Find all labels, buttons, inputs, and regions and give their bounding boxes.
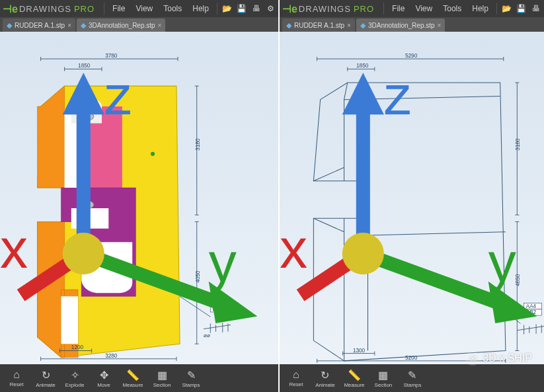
home-icon: ⌂ [293, 369, 299, 381]
print-icon[interactable]: 🖶 [249, 1, 264, 16]
svg-point-64 [342, 233, 384, 274]
explode-button[interactable]: ✧Explode [61, 365, 89, 391]
menu-file[interactable]: File [107, 4, 130, 13]
svg-text:x: x [280, 217, 307, 280]
close-icon[interactable]: × [67, 22, 71, 29]
menu-bar: ⊣e DRAWINGS PRO File View Tools Help 📂 💾… [0, 0, 278, 17]
bottom-toolbar: ⌂Reset ↻Animate ✧Explode ✥Move 📏Measure … [0, 364, 278, 392]
file-icon: ◆ [360, 21, 366, 30]
explode-icon: ✧ [71, 369, 79, 381]
svg-text:y: y [488, 231, 516, 294]
viewport-left[interactable]: 1850 3780 3180 4050 1200 3280 AA4 BB2 ⌀⌀ [0, 32, 278, 364]
svg-text:z: z [104, 64, 132, 126]
file-icon: ◆ [7, 21, 12, 30]
tab-rudder[interactable]: ◆ RUDDER A.1.stp × [3, 19, 75, 32]
stamps-icon: ✎ [187, 369, 196, 381]
separator [383, 3, 384, 15]
animate-icon: ↻ [42, 369, 50, 381]
tab-label: RUDDER A.1.stp [15, 22, 65, 29]
open-icon[interactable]: 📂 [220, 1, 235, 16]
animate-icon: ↻ [321, 369, 329, 381]
menu-help[interactable]: Help [467, 4, 494, 13]
section-button[interactable]: ▦Section [369, 365, 397, 391]
animate-button[interactable]: ↻Animate [32, 365, 59, 391]
tab-3dannotation[interactable]: ◆ 3DAnnotation_Rep.stp × [356, 19, 445, 32]
home-icon: ⌂ [13, 369, 20, 381]
separator [217, 3, 217, 15]
logo-text: DRAWINGS [299, 4, 351, 14]
svg-text:x: x [0, 217, 28, 280]
measure-icon: 📏 [348, 369, 361, 381]
logo-pro: PRO [74, 4, 95, 14]
svg-point-34 [63, 233, 104, 274]
measure-button[interactable]: 📏Measure [119, 365, 147, 391]
axis-triad: z y x [0, 32, 278, 364]
menu-view[interactable]: View [130, 4, 158, 13]
open-icon[interactable]: 📂 [500, 1, 514, 16]
separator [496, 3, 497, 15]
stamps-button[interactable]: ✎Stamps [177, 365, 205, 391]
menu-help[interactable]: Help [187, 4, 214, 13]
separator [104, 3, 104, 15]
tab-label: 3DAnnotation_Rep.stp [368, 22, 435, 29]
tab-rudder[interactable]: ◆ RUDDER A.1.stp × [282, 19, 355, 32]
measure-icon: 📏 [126, 369, 139, 381]
animate-button[interactable]: ↻Animate [311, 365, 339, 391]
close-icon[interactable]: × [158, 22, 162, 29]
reset-button[interactable]: ⌂Reset [282, 365, 310, 391]
menu-tools[interactable]: Tools [438, 4, 467, 13]
print-icon[interactable]: 🖶 [529, 1, 543, 16]
viewport-right[interactable]: 1850 5290 3180 4850 1300 5200 AA4 BB2 [280, 32, 544, 364]
tab-label: 3DAnnotation_Rep.stp [89, 22, 155, 29]
move-icon: ✥ [100, 369, 108, 381]
axis-triad: z y x [280, 32, 544, 364]
logo-icon: ⊣e [282, 3, 297, 15]
section-icon: ▦ [378, 369, 388, 381]
menu-file[interactable]: File [387, 4, 410, 13]
section-icon: ▦ [157, 369, 167, 381]
settings-icon[interactable]: ⚙ [264, 1, 278, 16]
wechat-icon: ✉ [465, 351, 480, 366]
menu-view[interactable]: View [410, 4, 438, 13]
tab-3dannotation[interactable]: ◆ 3DAnnotation_Rep.stp × [77, 19, 165, 32]
menu-bar: ⊣e DRAWINGS PRO File View Tools Help 📂 💾… [280, 0, 544, 17]
tab-label: RUDDER A.1.stp [294, 22, 344, 29]
svg-marker-27 [63, 73, 104, 114]
save-icon[interactable]: 💾 [514, 1, 529, 16]
stamps-button[interactable]: ✎Stamps [399, 365, 426, 391]
watermark-text: 3D x SHIP [483, 352, 532, 364]
tab-bar: ◆ RUDDER A.1.stp × ◆ 3DAnnotation_Rep.st… [280, 17, 544, 32]
logo-icon: ⊣e [3, 3, 18, 15]
bottom-toolbar: ⌂Reset ↻Animate 📏Measure ▦Section ✎Stamp… [280, 364, 544, 392]
svg-marker-57 [342, 73, 384, 114]
close-icon[interactable]: × [347, 22, 351, 29]
menu-tools[interactable]: Tools [158, 4, 187, 13]
file-icon: ◆ [286, 21, 291, 30]
stamps-icon: ✎ [408, 369, 416, 381]
file-icon: ◆ [81, 21, 86, 30]
svg-text:y: y [209, 231, 237, 294]
svg-text:z: z [384, 64, 412, 126]
logo-text: DRAWINGS [19, 4, 71, 14]
watermark: ✉ 3D x SHIP [465, 351, 532, 366]
tab-bar: ◆ RUDDER A.1.stp × ◆ 3DAnnotation_Rep.st… [0, 17, 278, 32]
reset-button[interactable]: ⌂Reset [3, 365, 30, 391]
move-button[interactable]: ✥Move [90, 365, 118, 391]
section-button[interactable]: ▦Section [148, 365, 176, 391]
close-icon[interactable]: × [438, 22, 442, 29]
logo-pro: PRO [354, 4, 374, 14]
measure-button[interactable]: 📏Measure [340, 365, 368, 391]
save-icon[interactable]: 💾 [235, 1, 249, 16]
